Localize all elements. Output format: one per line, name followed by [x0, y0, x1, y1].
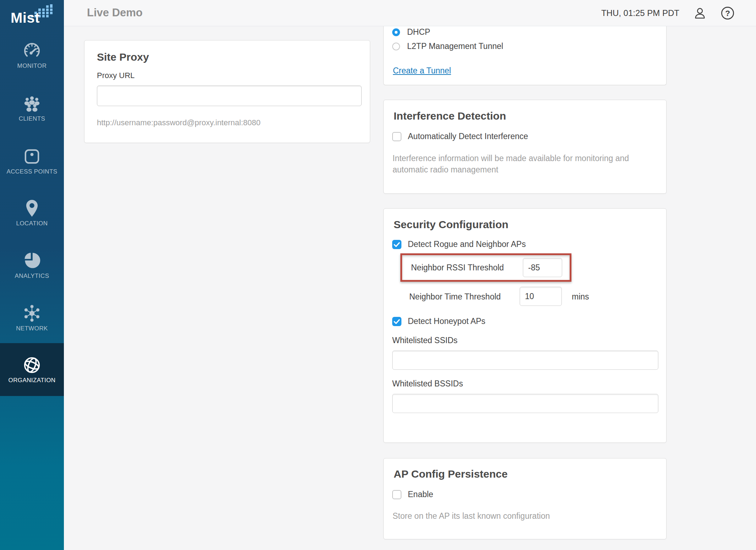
- whitelisted-bssids-input[interactable]: [392, 394, 658, 413]
- interference-detection-card: Interference Detection Automatically Det…: [383, 100, 667, 194]
- interference-hint: Interference information will be made av…: [393, 153, 657, 175]
- sidebar-item-analytics[interactable]: ANALYTICS: [0, 251, 64, 280]
- sidebar-item-location[interactable]: LOCATION: [0, 198, 64, 227]
- page-title: Live Demo: [87, 6, 143, 19]
- auto-detect-interference-checkbox[interactable]: [392, 132, 401, 141]
- sidebar-item-clients[interactable]: CLIENTS: [0, 94, 64, 122]
- page-header: Live Demo THU, 01:25 PM PDT ?: [64, 0, 756, 26]
- detect-honeypot-checkbox[interactable]: [392, 317, 401, 326]
- sidebar-item-monitor[interactable]: MONITOR: [0, 41, 64, 70]
- rssi-threshold-label: Neighbor RSSI Threshold: [411, 262, 504, 273]
- globe-icon: [22, 355, 42, 375]
- sidebar-item-access-points[interactable]: ACCESS POINTS: [0, 147, 64, 175]
- app-root: Mist MONITOR: [0, 0, 756, 550]
- sidebar-item-network[interactable]: NETWORK: [0, 303, 64, 332]
- sidebar-item-label: ANALYTICS: [0, 273, 64, 280]
- user-account-icon[interactable]: [693, 6, 707, 20]
- map-pin-icon: [22, 198, 42, 218]
- sidebar-item-label: NETWORK: [0, 325, 64, 332]
- ap-config-enable-label: Enable: [408, 490, 433, 499]
- site-proxy-card: Site Proxy Proxy URL http://username:pas…: [84, 40, 370, 143]
- site-proxy-title: Site Proxy: [97, 50, 149, 64]
- svg-text:?: ?: [725, 9, 730, 18]
- time-threshold-input[interactable]: [520, 287, 562, 306]
- ap-config-enable-checkbox[interactable]: [392, 490, 401, 499]
- sidebar-item-label: ORGANIZATION: [0, 377, 64, 384]
- detect-rogue-checkbox[interactable]: [392, 240, 401, 249]
- create-tunnel-link[interactable]: Create a Tunnel: [393, 66, 451, 76]
- whitelisted-ssids-label: Whitelisted SSIDs: [392, 335, 458, 346]
- whitelisted-bssids-label: Whitelisted BSSIDs: [392, 378, 463, 389]
- mist-logo[interactable]: Mist: [0, 4, 64, 26]
- sidebar-item-label: ACCESS POINTS: [0, 168, 64, 175]
- header-actions: THU, 01:25 PM PDT ?: [601, 0, 735, 26]
- check-icon: [392, 317, 401, 326]
- ap-config-hint: Store on the AP its last known configura…: [393, 510, 550, 522]
- dhcp-option-row: DHCP: [392, 27, 430, 37]
- detect-honeypot-row: Detect Honeypot APs: [392, 317, 486, 326]
- dhcp-radio[interactable]: [392, 28, 400, 36]
- people-icon: [22, 94, 42, 114]
- highlight-box: Neighbor RSSI Threshold: [400, 253, 571, 282]
- l2tp-radio[interactable]: [392, 43, 400, 50]
- detect-rogue-row: Detect Rogue and Neighbor APs: [392, 240, 526, 249]
- l2tp-radio-label: L2TP Management Tunnel: [407, 42, 503, 51]
- detect-rogue-label: Detect Rogue and Neighbor APs: [408, 240, 526, 249]
- ap-config-title: AP Config Persistence: [394, 467, 508, 481]
- dhcp-radio-label: DHCP: [407, 27, 430, 37]
- sidebar-item-label: MONITOR: [0, 62, 64, 70]
- help-icon[interactable]: ?: [721, 6, 735, 20]
- access-point-icon: [22, 147, 42, 166]
- ap-config-enable-row: Enable: [392, 490, 433, 499]
- time-threshold-label: Neighbor Time Threshold: [409, 291, 501, 302]
- gauge-icon: [22, 41, 42, 61]
- sidebar: Mist MONITOR: [0, 0, 64, 550]
- detect-honeypot-label: Detect Honeypot APs: [408, 317, 486, 326]
- hex-cluster-icon: [22, 303, 42, 323]
- logo-text: Mist: [11, 10, 40, 26]
- sidebar-item-organization[interactable]: ORGANIZATION: [0, 343, 64, 396]
- l2tp-option-row: L2TP Management Tunnel: [392, 42, 503, 51]
- proxy-url-label: Proxy URL: [97, 70, 135, 81]
- rssi-threshold-input[interactable]: [523, 258, 562, 277]
- ap-config-persistence-card: AP Config Persistence Enable Store on th…: [383, 458, 667, 539]
- proxy-url-input[interactable]: [97, 86, 362, 106]
- pie-chart-icon: [22, 251, 42, 271]
- whitelisted-ssids-input[interactable]: [392, 351, 658, 370]
- auto-detect-interference-label: Automatically Detect Interference: [408, 132, 528, 141]
- auto-detect-interference-row: Automatically Detect Interference: [392, 132, 528, 141]
- header-datetime: THU, 01:25 PM PDT: [601, 8, 679, 18]
- proxy-url-hint: http://username:password@proxy.internal:…: [97, 118, 261, 128]
- interference-title: Interference Detection: [394, 109, 506, 123]
- time-threshold-unit: mins: [572, 291, 589, 302]
- security-title: Security Configuration: [394, 218, 508, 231]
- sidebar-item-label: CLIENTS: [0, 115, 64, 122]
- sidebar-item-label: LOCATION: [0, 220, 64, 227]
- check-icon: [392, 240, 401, 249]
- security-configuration-card: Security Configuration Detect Rogue and …: [383, 208, 667, 443]
